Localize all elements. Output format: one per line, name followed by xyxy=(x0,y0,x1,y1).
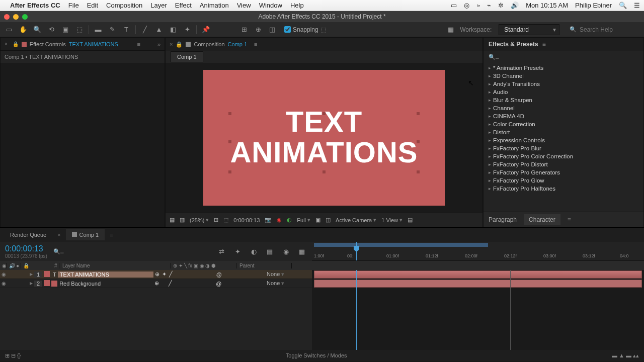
selection-handle[interactable] xyxy=(323,170,326,173)
playhead[interactable] xyxy=(356,242,357,260)
volume-icon[interactable]: 🔊 xyxy=(511,2,519,9)
selection-handle[interactable] xyxy=(228,140,231,143)
visibility-icon[interactable]: ◉ xyxy=(0,272,7,277)
twirl-icon[interactable]: ▶ xyxy=(28,281,34,286)
close-tab-icon[interactable]: × xyxy=(5,41,8,47)
menu-effect[interactable]: Effect xyxy=(175,2,192,9)
layer-name[interactable]: TEXT ANIMATIONS xyxy=(58,272,153,278)
comp-link[interactable]: Comp 1 xyxy=(228,41,248,47)
preset-category[interactable]: Channel xyxy=(484,104,643,112)
app-menu[interactable]: After Effects CC xyxy=(10,2,60,9)
preset-category[interactable]: Audio xyxy=(484,88,643,96)
menu-view[interactable]: View xyxy=(237,2,251,9)
alpha-icon[interactable]: ▣ xyxy=(315,217,320,223)
minimize-icon[interactable] xyxy=(13,14,19,20)
view-select[interactable]: 1 View xyxy=(381,217,403,223)
parent-select[interactable]: None xyxy=(267,280,312,287)
close-tab-icon[interactable]: × xyxy=(170,41,173,47)
preset-category[interactable]: Distort xyxy=(484,128,643,136)
roi-icon[interactable]: ⬚ xyxy=(223,217,228,223)
grid-icon[interactable]: ▥ xyxy=(180,217,185,223)
transform-icon[interactable]: ⊕ xyxy=(153,280,160,287)
character-tab[interactable]: Character xyxy=(524,214,560,225)
selection-handle[interactable] xyxy=(417,140,420,143)
comp-tab[interactable]: Comp 1 xyxy=(171,51,203,62)
mask-tool-icon[interactable]: ◫ xyxy=(267,25,277,35)
preset-category[interactable]: Expression Controls xyxy=(484,136,643,144)
sync-settings-icon[interactable]: ▦ xyxy=(446,25,456,35)
layer-color-swatch[interactable] xyxy=(44,280,50,286)
track-area[interactable] xyxy=(312,270,644,350)
eraser-tool-icon[interactable]: ◧ xyxy=(168,25,178,35)
expand-icon[interactable]: » xyxy=(157,41,160,47)
preset-category[interactable]: Andy's Transitions xyxy=(484,80,643,88)
layer-color-swatch[interactable] xyxy=(44,271,50,277)
search-help-input[interactable] xyxy=(580,26,640,33)
zoom-icon[interactable] xyxy=(22,14,28,20)
menu-edit[interactable]: Edit xyxy=(87,2,98,9)
parent-link-icon[interactable]: @ xyxy=(215,272,223,278)
bt-icon[interactable]: ⌁ xyxy=(487,2,491,9)
battery-icon[interactable]: ▭ xyxy=(451,2,457,9)
preset-category[interactable]: * Animation Presets xyxy=(484,64,643,72)
zoom-slider[interactable]: ▬ ▲ ▬ ▴▴ xyxy=(612,352,639,359)
zoom-tool-icon[interactable]: 🔍 xyxy=(32,25,42,35)
menu-file[interactable]: File xyxy=(68,2,79,9)
channel-icon[interactable]: ◉ xyxy=(277,217,282,223)
lock-icon[interactable]: 🔒 xyxy=(13,41,19,47)
preset-category[interactable]: FxFactory Pro Generators xyxy=(484,168,643,176)
effects-search[interactable]: 🔍⎽ xyxy=(484,51,643,63)
visibility-icon[interactable]: ◉ xyxy=(0,281,7,286)
draft3d-icon[interactable]: ✦ xyxy=(232,246,243,256)
motion-blur-icon[interactable]: ◉ xyxy=(281,246,291,256)
render-queue-tab[interactable]: Render Queue xyxy=(4,229,52,240)
layer-bar[interactable] xyxy=(314,280,642,288)
selection-handle[interactable] xyxy=(228,112,231,115)
composition-viewer[interactable]: TEXT ANIMATIONS ↖ xyxy=(166,63,482,213)
pen-tool-icon[interactable]: ✎ xyxy=(107,25,117,35)
layer-bar[interactable] xyxy=(314,270,642,279)
cc-icon[interactable]: ◎ xyxy=(464,2,469,9)
menu-composition[interactable]: Composition xyxy=(106,2,142,9)
close-icon[interactable] xyxy=(4,14,10,20)
transform-icon[interactable]: ⊕ xyxy=(153,271,160,278)
panel-menu-icon[interactable]: ≡ xyxy=(542,41,546,48)
traffic-lights[interactable] xyxy=(4,14,28,20)
layer-row[interactable]: ◉ ▶ 1 T TEXT ANIMATIONS ⊕ ✦ ╱ @ None xyxy=(0,270,312,279)
pixel-ar-icon[interactable]: ▤ xyxy=(408,217,413,223)
res-icon[interactable]: ⊞ xyxy=(214,217,218,223)
menu-help[interactable]: Help xyxy=(290,2,304,9)
anchor-tool-icon[interactable]: ⊕ xyxy=(253,25,263,35)
rotate-tool-icon[interactable]: ⟲ xyxy=(46,25,56,35)
exposure-icon[interactable]: ◐ xyxy=(287,217,292,223)
snap-opts-icon[interactable]: ⬚ xyxy=(320,26,326,33)
twirl-icon[interactable]: ▶ xyxy=(28,272,34,277)
selection-handle[interactable] xyxy=(323,112,326,115)
hand-tool-icon[interactable]: ✋ xyxy=(18,25,28,35)
canvas[interactable]: TEXT ANIMATIONS ↖ xyxy=(203,70,445,206)
spotlight-icon[interactable]: 🔍 xyxy=(619,2,627,9)
puppet-tool-icon[interactable]: 📌 xyxy=(201,25,211,35)
preset-category[interactable]: FxFactory Pro Halftones xyxy=(484,185,643,193)
search-layers-icon[interactable]: 🔍⎽ xyxy=(53,248,64,255)
3d-icon[interactable]: ◫ xyxy=(326,217,331,223)
sync-icon[interactable]: ✲ xyxy=(498,2,504,9)
paragraph-tab[interactable]: Paragraph xyxy=(489,216,517,223)
parent-select[interactable]: None xyxy=(267,271,312,278)
search-help[interactable]: 🔍 xyxy=(570,26,640,33)
effects-list[interactable]: * Animation Presets 3D Channel Andy's Tr… xyxy=(484,63,643,212)
layer-row[interactable]: ◉ ▶ 2 Red Background ⊕ ╱ @ None xyxy=(0,279,312,288)
comp-flowchart-icon[interactable]: ⇄ xyxy=(216,246,226,256)
panel-menu-icon[interactable]: ≡ xyxy=(110,232,113,238)
shape-tool-icon[interactable]: ▬ xyxy=(93,25,103,35)
preset-category[interactable]: FxFactory Pro Glow xyxy=(484,176,643,185)
frame-blend-icon[interactable]: ▤ xyxy=(265,246,275,256)
panel-menu-icon[interactable]: ≡ xyxy=(254,41,257,47)
text-tool-icon[interactable]: T xyxy=(121,25,131,35)
preset-category[interactable]: Color Correction xyxy=(484,120,643,128)
align-tool-icon[interactable]: ⊞ xyxy=(239,25,249,35)
mag-icon[interactable]: ▦ xyxy=(170,217,175,223)
layer-name[interactable]: Red Background xyxy=(57,281,153,287)
preset-category[interactable]: FxFactory Pro Blur xyxy=(484,144,643,152)
user-menu[interactable]: Philip Ebiner xyxy=(575,2,612,9)
